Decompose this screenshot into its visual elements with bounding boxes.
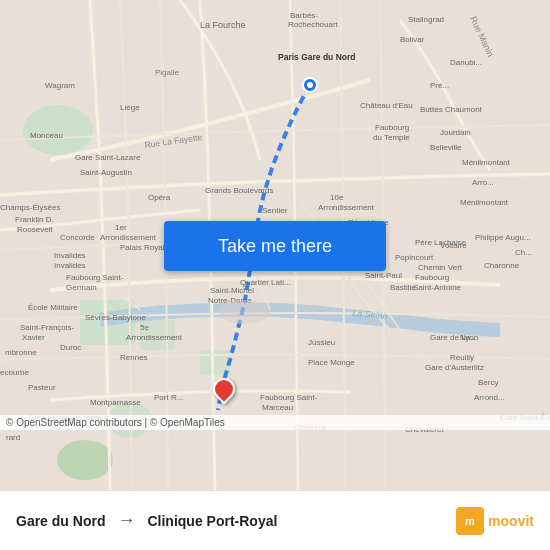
svg-text:Monceau: Monceau	[30, 131, 63, 140]
svg-text:Arrondissement: Arrondissement	[126, 333, 183, 342]
svg-point-98	[220, 300, 270, 324]
svg-text:Port R...: Port R...	[154, 393, 183, 402]
bottom-bar: Gare du Nord → Clinique Port-Royal m moo…	[0, 490, 550, 550]
svg-text:Champs-Élysées: Champs-Élysées	[0, 203, 60, 212]
svg-text:Quartier Lati...: Quartier Lati...	[240, 278, 291, 287]
svg-text:Paris Gare du Nord: Paris Gare du Nord	[278, 52, 355, 62]
destination-pin	[213, 378, 235, 400]
svg-text:Popincourt: Popincourt	[395, 253, 434, 262]
svg-text:rard: rard	[6, 433, 20, 442]
svg-text:Rochechouart: Rochechouart	[288, 20, 339, 29]
arrow-icon: →	[117, 510, 135, 531]
moovit-icon: m	[456, 507, 484, 535]
svg-text:Gare Saint-Lazare: Gare Saint-Lazare	[75, 153, 141, 162]
svg-text:Roosevelt: Roosevelt	[17, 225, 53, 234]
svg-text:Montparnasse: Montparnasse	[90, 398, 141, 407]
svg-text:Gare d'Austerlitz: Gare d'Austerlitz	[425, 363, 484, 372]
svg-text:Concorde: Concorde	[60, 233, 95, 242]
svg-text:Pigalle: Pigalle	[155, 68, 180, 77]
svg-text:Arrondissement: Arrondissement	[318, 203, 375, 212]
attribution-text: © OpenStreetMap contributors | © OpenMap…	[6, 417, 225, 428]
svg-text:10e: 10e	[330, 193, 344, 202]
svg-text:Faubourg: Faubourg	[415, 273, 449, 282]
svg-text:Voltaire: Voltaire	[440, 241, 467, 250]
svg-text:Bolivar: Bolivar	[400, 35, 425, 44]
svg-text:du Temple: du Temple	[373, 133, 410, 142]
svg-text:Germain: Germain	[66, 283, 97, 292]
svg-text:Invalides: Invalides	[54, 251, 86, 260]
svg-text:Liège: Liège	[120, 103, 140, 112]
svg-text:Buttes Chaumont: Buttes Chaumont	[420, 105, 483, 114]
to-station-label: Clinique Port-Royal	[147, 513, 277, 529]
svg-text:Invalides: Invalides	[54, 261, 86, 270]
svg-text:École Militaire: École Militaire	[28, 303, 78, 312]
svg-text:Wagram: Wagram	[45, 81, 75, 90]
map-container: La Fourche Barbès- Rochechouart Stalingr…	[0, 0, 550, 490]
svg-text:Philippe Augu...: Philippe Augu...	[475, 233, 531, 242]
svg-text:Jourdain: Jourdain	[440, 128, 471, 137]
svg-point-6	[57, 440, 113, 480]
svg-text:Grands Boulevards: Grands Boulevards	[205, 186, 273, 195]
svg-text:La Fourche: La Fourche	[200, 20, 246, 30]
svg-text:Saint-Michel: Saint-Michel	[210, 286, 254, 295]
svg-text:Na...: Na...	[460, 333, 477, 342]
svg-text:Danubi...: Danubi...	[450, 58, 482, 67]
from-station-label: Gare du Nord	[16, 513, 105, 529]
svg-text:m: m	[465, 515, 475, 527]
svg-text:Sentier: Sentier	[262, 206, 288, 215]
svg-text:Barbès-: Barbès-	[290, 11, 318, 20]
take-me-there-label: Take me there	[218, 236, 332, 257]
svg-text:Ch...: Ch...	[515, 248, 532, 257]
svg-text:Reuilly: Reuilly	[450, 353, 474, 362]
svg-text:Pasteur: Pasteur	[28, 383, 56, 392]
svg-text:Belleville: Belleville	[430, 143, 462, 152]
moovit-logo[interactable]: m moovit	[456, 507, 534, 535]
moovit-logo-graphic: m	[461, 512, 479, 530]
svg-text:Jussieu: Jussieu	[308, 338, 335, 347]
svg-text:Marceau: Marceau	[262, 403, 293, 412]
svg-text:Sèvres-Babylone: Sèvres-Babylone	[85, 313, 146, 322]
take-me-there-button[interactable]: Take me there	[164, 221, 386, 271]
svg-text:Arrо...: Arrо...	[472, 178, 494, 187]
svg-text:Arrondissement: Arrondissement	[100, 233, 157, 242]
svg-text:Opéra: Opéra	[148, 193, 171, 202]
svg-point-8	[307, 82, 313, 88]
svg-text:Saint-Augustin: Saint-Augustin	[80, 168, 132, 177]
svg-text:Place Monge: Place Monge	[308, 358, 355, 367]
svg-text:Ménilmontant: Ménilmontant	[462, 158, 511, 167]
map-attribution: © OpenStreetMap contributors | © OpenMap…	[0, 415, 550, 430]
svg-point-1	[23, 105, 93, 155]
svg-text:mbronne: mbronne	[5, 348, 37, 357]
svg-text:Arrond...: Arrond...	[474, 393, 505, 402]
svg-text:Franklin D.: Franklin D.	[15, 215, 54, 224]
svg-text:Saint-Antoine: Saint-Antoine	[413, 283, 462, 292]
svg-text:Xavier: Xavier	[22, 333, 45, 342]
svg-text:Ménilmontant: Ménilmontant	[460, 198, 509, 207]
svg-text:Rennes: Rennes	[120, 353, 148, 362]
svg-text:Duroc: Duroc	[60, 343, 81, 352]
svg-text:Bercy: Bercy	[478, 378, 498, 387]
svg-text:Faubourg Saint-: Faubourg Saint-	[66, 273, 124, 282]
moovit-brand-name: moovit	[488, 513, 534, 529]
svg-text:Faubourg: Faubourg	[375, 123, 409, 132]
svg-text:Saint-Paul: Saint-Paul	[365, 271, 402, 280]
svg-text:1er: 1er	[115, 223, 127, 232]
svg-text:5e: 5e	[140, 323, 149, 332]
svg-text:Faubourg Saint-: Faubourg Saint-	[260, 393, 318, 402]
svg-text:Saint-François-: Saint-François-	[20, 323, 75, 332]
svg-text:Chemin Vert: Chemin Vert	[418, 263, 463, 272]
svg-text:Château d'Eau: Château d'Eau	[360, 101, 413, 110]
svg-text:Stalingrad: Stalingrad	[408, 15, 444, 24]
pin-marker	[208, 373, 239, 404]
svg-text:ecourbe: ecourbe	[0, 368, 29, 377]
svg-text:Charonne: Charonne	[484, 261, 520, 270]
svg-text:Pré...: Pré...	[430, 81, 449, 90]
